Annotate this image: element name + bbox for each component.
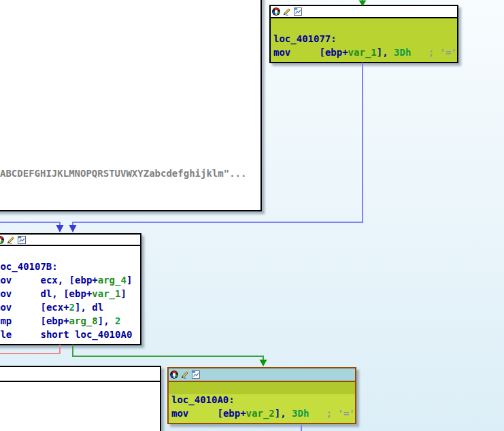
asm-line[interactable]: mov [ecx+2], dl (0, 302, 140, 315)
graph-frame-icon[interactable] (294, 7, 302, 16)
asm-line[interactable]: mov dl, [ebp+var_1] (0, 288, 140, 302)
node-title-bar (0, 235, 140, 246)
edge-green-loc_40107B-to-loc_4010A0 (73, 345, 263, 361)
graph-node-string-block[interactable]: ABCDEFGHIJKLMNOPQRSTUVWXYZabcdefghijklm"… (0, 0, 262, 211)
graph-node-loc_401077[interactable]: loc_401077: mov [ebp+var_1], 3Dh ; '=' (269, 5, 458, 63)
edge-red-loc_40107B-out (0, 345, 60, 354)
graph-node-loc_4010A0[interactable]: loc_4010A0: mov [ebp+var_2], 3Dh ; '=' (167, 367, 356, 424)
asm-label[interactable]: loc_401077: (271, 33, 457, 47)
asm-blank-line (0, 247, 140, 261)
edge-arrowhead (260, 360, 267, 366)
graph-frame-icon[interactable] (18, 236, 26, 244)
asm-line[interactable]: mov ecx, [ebp+arg_4] (0, 275, 140, 288)
asm-line[interactable]: mov [ebp+var_1], 3Dh ; '=' (271, 47, 457, 61)
asm-line[interactable]: jle short loc_4010A0 (0, 329, 140, 343)
asm-label[interactable]: loc_40107B: (0, 261, 140, 275)
graph-canvas[interactable]: ABCDEFGHIJKLMNOPQRSTUVWXYZabcdefghijklm"… (0, 0, 504, 431)
node-color-wheel-icon[interactable] (0, 236, 4, 244)
asm-blank-line (271, 20, 457, 33)
node-selection-strip (169, 382, 355, 394)
edit-pencil-icon[interactable] (181, 370, 189, 379)
edge-blue-offscreen-to-loc_40107B (0, 222, 60, 226)
node-title-bar (169, 368, 355, 382)
graph-node-bottom-left[interactable] (0, 366, 161, 431)
node-title-bar (271, 6, 457, 18)
node-title-bar (0, 367, 160, 382)
asm-line[interactable]: cmp [ebp+arg_8], 2 (0, 315, 140, 329)
asm-label[interactable]: loc_4010A0: (169, 394, 355, 408)
edit-pencil-icon[interactable] (283, 7, 291, 16)
node-body (0, 382, 160, 431)
asm-string-line[interactable]: ABCDEFGHIJKLMNOPQRSTUVWXYZabcdefghijklm"… (0, 168, 246, 179)
edge-arrowhead (56, 225, 64, 232)
graph-node-loc_40107B[interactable]: loc_40107B: mov ecx, [ebp+arg_4] mov dl,… (0, 233, 141, 345)
asm-line[interactable]: mov [ebp+var_2], 3Dh ; '=' (169, 408, 355, 421)
edit-pencil-icon[interactable] (7, 236, 15, 244)
node-color-wheel-icon[interactable] (272, 7, 280, 16)
edge-arrowhead (69, 225, 77, 232)
graph-frame-icon[interactable] (192, 370, 200, 379)
node-color-wheel-icon[interactable] (170, 370, 178, 379)
